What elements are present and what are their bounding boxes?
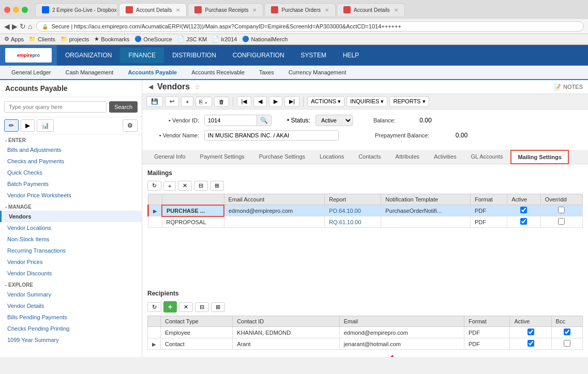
sidebar-item-vendor-details[interactable]: Vendor Details	[0, 300, 142, 311]
bookmark-bookmarks[interactable]: ★ Bookmarks	[94, 36, 129, 42]
rrow-bcc-2[interactable]	[551, 338, 582, 350]
tab-payment-settings[interactable]: Payment Settings	[193, 150, 251, 164]
bookmark-clients[interactable]: 📁 Clients	[29, 36, 55, 42]
mailings-save-table-button[interactable]: ⊟	[194, 181, 208, 191]
browser-tab-account-details-2[interactable]: Account Details ✕	[337, 3, 404, 16]
logo[interactable]: empirepro	[0, 45, 57, 66]
col-email-account[interactable]: Email Account	[224, 194, 325, 205]
sidebar-item-checks-pending-printing[interactable]: Checks Pending Printing	[0, 323, 142, 334]
nav-finance[interactable]: FINANCE	[120, 48, 164, 63]
bookmark-apps[interactable]: ⚙ Apps	[4, 36, 24, 42]
col-name[interactable]	[162, 194, 224, 205]
rbcc-checkbox-2[interactable]	[564, 340, 570, 347]
row-active-cell-2[interactable]	[507, 216, 541, 228]
save-button[interactable]: 💾	[146, 96, 163, 107]
sidebar-item-vendor-summary[interactable]: Vendor Summary	[0, 289, 142, 300]
tab-close-3[interactable]: ✕	[325, 7, 329, 13]
row-override-cell[interactable]	[540, 205, 582, 216]
search-button[interactable]: Search	[109, 101, 138, 113]
sidebar-item-vendor-prices[interactable]: Vendor Prices	[0, 256, 142, 268]
inquiries-dropdown[interactable]: INQUIRIES ▾	[346, 96, 387, 107]
add-button[interactable]: +	[181, 97, 193, 107]
row-expand-cell[interactable]: ▶	[148, 205, 162, 216]
table-row[interactable]: ▶ Contact Arant jenarant@hotmail.com PDF	[148, 338, 583, 350]
maximize-traffic-light[interactable]	[22, 7, 28, 13]
recipients-save-table-button[interactable]: ⊟	[195, 302, 209, 312]
row-name-cell[interactable]: PURCHASE ...	[162, 205, 224, 216]
subnav-currency-management[interactable]: Currency Management	[281, 66, 354, 80]
bookmark-onesource[interactable]: 🔵 OneSource	[134, 36, 172, 42]
sidebar-item-bills-pending-payments[interactable]: Bills Pending Payments	[0, 311, 142, 323]
tab-locations[interactable]: Locations	[313, 150, 351, 164]
tab-attributes[interactable]: Attributes	[389, 150, 426, 164]
browser-tab-purchase-orders[interactable]: Purchase Orders ✕	[264, 3, 336, 16]
tab-close-2[interactable]: ✕	[252, 7, 257, 13]
sidebar-item-vendors[interactable]: Vendors	[0, 211, 142, 222]
row-override-cell-2[interactable]	[540, 216, 582, 228]
rcol-contact-type[interactable]: Contact Type	[161, 316, 233, 327]
sidebar-item-non-stock-items[interactable]: Non-Stock Items	[0, 233, 142, 245]
rcol-bcc[interactable]: Bcc	[551, 316, 582, 327]
override-checkbox-2[interactable]	[558, 218, 565, 225]
subnav-general-ledger[interactable]: General Ledger	[4, 66, 58, 80]
table-row[interactable]: ▶ PURCHASE ... edmond@empirepro.com PO.6…	[148, 205, 583, 216]
sidebar-item-vendor-discounts[interactable]: Vendor Discounts	[0, 268, 142, 279]
nav-organization[interactable]: ORGANIZATION	[57, 48, 120, 63]
url-bar[interactable]: 🔒 Secure | https://acu.empirepro.com/Acu…	[36, 21, 584, 32]
sidebar-item-recurring-transactions[interactable]: Recurring Transactions	[0, 245, 142, 256]
vendor-id-input-container[interactable]: 🔍	[204, 115, 272, 126]
last-button[interactable]: ▶|	[284, 96, 299, 107]
col-report[interactable]: Report	[325, 194, 381, 205]
sidebar-item-1099-year-summary[interactable]: 1099 Year Summary	[0, 334, 142, 346]
tab-mailing-settings[interactable]: Mailing Settings	[510, 150, 568, 164]
nav-configuration[interactable]: CONFIGURATION	[224, 48, 293, 63]
edit-tool[interactable]: ✏	[4, 119, 19, 132]
nav-system[interactable]: SYSTEM	[293, 48, 335, 63]
subnav-accounts-payable[interactable]: Accounts Payable	[120, 66, 184, 80]
tab-general-info[interactable]: General Info	[147, 150, 192, 164]
vendor-id-search-icon[interactable]: 🔍	[257, 115, 271, 126]
rrow-active-1[interactable]	[510, 327, 551, 338]
copy-dropdown[interactable]: ⎘ ▾	[195, 97, 212, 107]
rrow-contact-id-2[interactable]: Arant	[233, 338, 339, 350]
delete-button[interactable]: 🗑	[214, 97, 229, 107]
close-traffic-light[interactable]	[4, 7, 10, 13]
active-checkbox-2[interactable]	[520, 218, 527, 225]
rcol-format[interactable]: Format	[464, 316, 510, 327]
mailings-refresh-button[interactable]: ↻	[147, 181, 161, 191]
subnav-cash-management[interactable]: Cash Management	[58, 66, 120, 80]
sidebar-item-vendor-locations[interactable]: Vendor Locations	[0, 222, 142, 233]
reports-dropdown[interactable]: REPORTS ▾	[389, 96, 429, 107]
minimize-traffic-light[interactable]	[13, 7, 19, 13]
bookmark-ir2014[interactable]: 📄 Ir2014	[212, 36, 237, 42]
ractive-checkbox-1[interactable]	[527, 329, 534, 335]
notes-button[interactable]: 📝 NOTES	[554, 84, 583, 90]
vendor-name-input[interactable]	[204, 130, 339, 141]
rrow-contact-id-1[interactable]: KHANIAN, EDMOND	[233, 327, 339, 338]
search-input[interactable]	[4, 101, 107, 113]
col-overridd[interactable]: Overridd	[540, 194, 582, 205]
table-row[interactable]: RQPROPOSAL RQ.61.10.00 PDF	[148, 216, 583, 228]
override-checkbox[interactable]	[558, 207, 565, 213]
reload-button[interactable]: ↻	[20, 22, 26, 30]
sidebar-item-checks-payments[interactable]: Checks and Payments	[0, 155, 142, 167]
browser-tab-account-details-1[interactable]: Account Details ✕	[119, 3, 187, 16]
bookmark-projects[interactable]: 📁 projects	[61, 36, 89, 42]
rbcc-checkbox-1[interactable]	[564, 329, 570, 335]
rcol-active[interactable]: Active	[510, 316, 551, 327]
mailings-upload-button[interactable]: ⊞	[210, 181, 224, 191]
tab-activities[interactable]: Activities	[427, 150, 463, 164]
collapse-button[interactable]: ◀	[147, 82, 154, 91]
col-notification-template[interactable]: Notification Template	[381, 194, 471, 205]
sidebar-item-vendor-price-worksheets[interactable]: Vendor Price Worksheets	[0, 190, 142, 201]
recipients-upload-button[interactable]: ⊞	[211, 302, 225, 312]
nav-distribution[interactable]: DISTRIBUTION	[164, 48, 224, 63]
table-row[interactable]: Employee KHANIAN, EDMOND edmond@empirepr…	[148, 327, 583, 338]
col-format[interactable]: Format	[471, 194, 507, 205]
vendor-id-input[interactable]	[205, 115, 257, 126]
bookmark-nationalmerch[interactable]: 🔵 NationalMerch	[242, 36, 288, 42]
tab-contacts[interactable]: Contacts	[352, 150, 387, 164]
mailings-add-button[interactable]: +	[163, 181, 176, 191]
actions-dropdown[interactable]: ACTIONS ▾	[307, 96, 344, 107]
play-tool[interactable]: ▶	[21, 119, 35, 132]
